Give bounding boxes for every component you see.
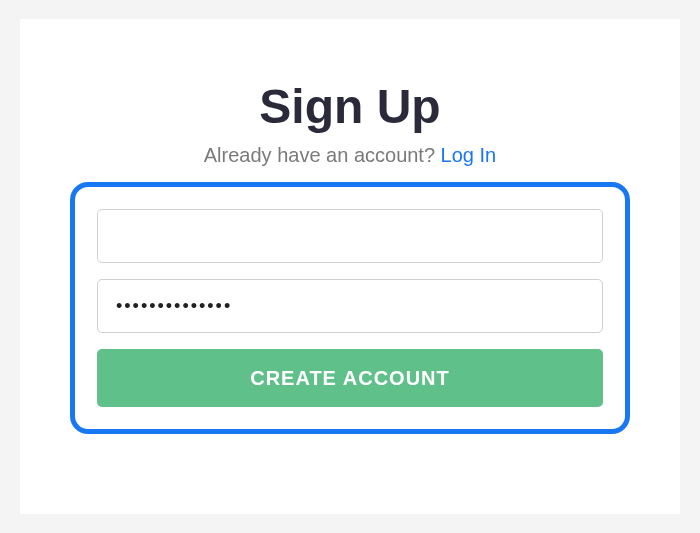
subtitle-text: Already have an account?: [204, 144, 441, 166]
email-input[interactable]: [97, 209, 603, 263]
form-highlight-frame: CREATE ACCOUNT: [70, 182, 630, 434]
subtitle: Already have an account? Log In: [70, 144, 630, 167]
create-account-button[interactable]: CREATE ACCOUNT: [97, 349, 603, 407]
password-input[interactable]: [97, 279, 603, 333]
signup-card: Sign Up Already have an account? Log In …: [20, 19, 680, 514]
login-link[interactable]: Log In: [441, 144, 497, 166]
page-title: Sign Up: [70, 79, 630, 134]
